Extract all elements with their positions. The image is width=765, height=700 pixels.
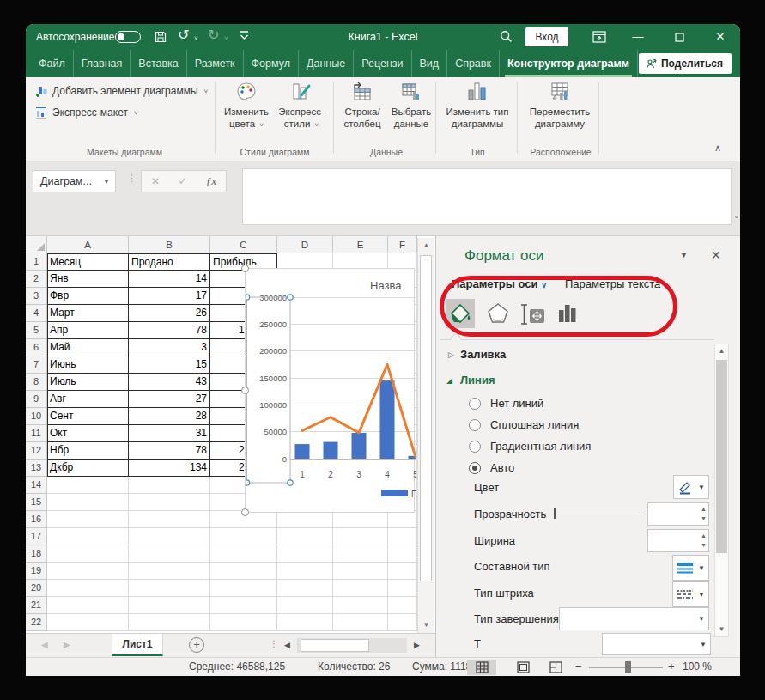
row-header-17[interactable]: 17 [26, 528, 47, 545]
minimize-button[interactable]: — [623, 24, 653, 50]
cell[interactable] [129, 614, 210, 631]
cell[interactable]: Июль [47, 374, 129, 391]
vscroll-thumb[interactable] [420, 255, 432, 581]
radio-no-line-label[interactable]: Нет линий [490, 397, 543, 410]
pane-scrollbar[interactable]: ▲ ▼ [714, 344, 729, 637]
column-header-F[interactable]: F [388, 236, 417, 253]
login-button[interactable]: Вход [525, 27, 568, 46]
scroll-down-icon[interactable]: ▼ [715, 623, 728, 636]
sheet-horizontal-scrollbar[interactable] [297, 638, 407, 653]
insert-function-icon[interactable]: ƒx [206, 174, 216, 188]
move-chart-button[interactable]: Переместить диаграмму [522, 81, 598, 130]
undo-chevron-icon[interactable]: ˅ [194, 34, 198, 42]
cell[interactable]: 15 [129, 356, 210, 374]
sheet-tab-list1[interactable]: Лист1 [112, 634, 163, 656]
cell[interactable]: 31 [129, 425, 210, 442]
row-header-3[interactable]: 3 [26, 288, 47, 305]
change-colors-button[interactable]: Изменить цвета ˅ [222, 81, 271, 131]
row-header-20[interactable]: 20 [26, 580, 47, 597]
radio-no-line[interactable] [469, 398, 481, 410]
cell[interactable] [47, 494, 129, 511]
row-header-4[interactable]: 4 [26, 305, 47, 322]
undo-icon[interactable]: ↺ [178, 28, 189, 42]
cell[interactable] [388, 511, 417, 528]
formula-expand-icon[interactable]: ⌄ [733, 211, 740, 220]
cell[interactable] [47, 563, 129, 580]
cell[interactable] [129, 545, 210, 563]
embedded-chart[interactable]: 050000100000150000200000250000300000Назв… [245, 268, 415, 513]
switch-row-column-button[interactable]: Строка/ столбец [338, 81, 386, 130]
save-icon[interactable] [155, 31, 167, 43]
cell[interactable] [388, 597, 417, 614]
cell[interactable] [333, 580, 388, 597]
transparency-input[interactable]: ▲▼ [647, 502, 709, 526]
sheet-vertical-scrollbar[interactable]: ▲ ▼ [417, 238, 434, 633]
collapse-ribbon-icon[interactable]: ∧ [714, 143, 721, 154]
cell[interactable] [129, 563, 210, 580]
hscroll-thumb[interactable] [301, 639, 369, 652]
size-properties-tab[interactable] [519, 301, 548, 327]
cell[interactable] [333, 528, 388, 545]
dash-type-dropdown[interactable]: ▼ [672, 581, 709, 607]
cell[interactable] [47, 614, 129, 631]
cell[interactable] [277, 511, 333, 528]
collapsed-arrow-icon[interactable]: ▷ [448, 350, 454, 359]
tab-review[interactable]: Рецензи [353, 50, 410, 77]
tab-axis-options[interactable]: Параметры оси ∨ [452, 277, 547, 290]
row-header-7[interactable]: 7 [26, 356, 47, 374]
cell[interactable] [47, 597, 129, 614]
row-header-9[interactable]: 9 [26, 391, 47, 408]
column-header-D[interactable]: D [277, 236, 333, 253]
cell[interactable]: 27 [129, 391, 210, 408]
name-box[interactable]: Диаграм...▼ [33, 170, 116, 192]
row-header-16[interactable]: 16 [26, 511, 47, 528]
cell[interactable] [129, 580, 210, 597]
cell[interactable] [210, 580, 277, 597]
tab-layout[interactable]: Разметк [186, 50, 243, 77]
row-header-22[interactable]: 22 [26, 614, 47, 631]
effects-tab[interactable] [486, 301, 510, 326]
tab-file[interactable]: Файл [31, 50, 73, 77]
row-header-5[interactable]: 5 [26, 322, 47, 339]
cell[interactable]: Нбр [47, 442, 129, 460]
name-box-dropdown-icon[interactable]: ▼ [103, 171, 110, 193]
zoom-out-icon[interactable]: − [575, 660, 582, 673]
cell[interactable] [333, 511, 388, 528]
tab-home[interactable]: Главная [73, 50, 131, 77]
row-header-13[interactable]: 13 [26, 460, 47, 477]
add-chart-element-button[interactable]: Добавить элемент диаграммы˅ [34, 84, 208, 98]
row-header-21[interactable]: 21 [26, 597, 47, 614]
cell[interactable] [47, 477, 129, 494]
cell[interactable]: Месяц [47, 253, 129, 271]
cell[interactable]: 14 [129, 271, 210, 288]
cell[interactable] [333, 614, 388, 631]
quick-styles-button[interactable]: Экспресс-стили ˅ [275, 81, 328, 131]
cell[interactable] [129, 477, 210, 494]
scroll-up-icon[interactable]: ▲ [418, 238, 434, 253]
formula-input[interactable] [242, 168, 732, 225]
chart-resize-handle[interactable] [241, 387, 249, 394]
cell[interactable] [388, 528, 417, 545]
row-header-19[interactable]: 19 [26, 563, 47, 580]
quick-access-customize-icon[interactable] [240, 29, 249, 41]
select-data-button[interactable]: Выбрать данные [388, 81, 434, 130]
cell[interactable] [388, 545, 417, 563]
add-sheet-button[interactable]: + [189, 637, 204, 653]
cell[interactable]: 26 [129, 305, 210, 322]
cell[interactable]: 43 [129, 374, 210, 391]
cell[interactable] [388, 580, 417, 597]
column-header-A[interactable]: A [47, 236, 129, 253]
axis-options-tab[interactable] [556, 301, 579, 326]
cell[interactable]: Янв [47, 271, 129, 288]
section-fill[interactable]: Заливка [460, 348, 506, 361]
cell[interactable]: Сент [47, 408, 129, 425]
cell[interactable] [210, 545, 277, 563]
tab-chart-design[interactable]: Конструктор диаграмм [499, 50, 637, 77]
cell[interactable]: Дкбр [47, 460, 129, 477]
zoom-slider-thumb[interactable] [625, 661, 631, 673]
zoom-in-icon[interactable]: + [668, 660, 675, 673]
pane-scroll-thumb[interactable] [716, 360, 727, 553]
cell[interactable]: Апр [47, 322, 129, 339]
change-chart-type-button[interactable]: Изменить тип диаграммы [440, 81, 515, 130]
select-all-corner[interactable] [26, 236, 47, 253]
